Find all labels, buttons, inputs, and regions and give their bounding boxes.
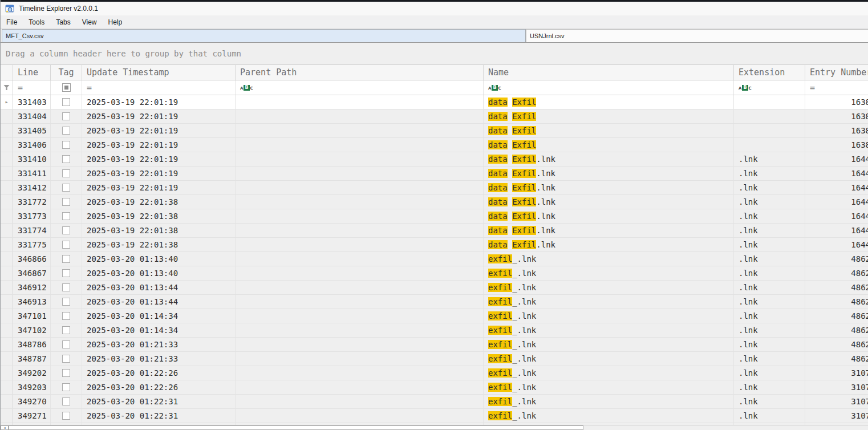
cell-line[interactable]: 347102: [13, 323, 51, 337]
tag-checkbox[interactable]: [62, 255, 70, 263]
cell-parent-path[interactable]: [236, 295, 484, 309]
cell-line[interactable]: 349271: [13, 409, 51, 423]
cell-tag[interactable]: [51, 238, 82, 251]
contains-filter-icon[interactable]: ABC: [739, 85, 752, 91]
cell-update-timestamp[interactable]: 2025-03-19 22:01:38: [82, 209, 236, 223]
cell-line[interactable]: 346867: [13, 266, 51, 280]
cell-update-timestamp[interactable]: 2025-03-19 22:01:19: [82, 152, 236, 166]
cell-parent-path[interactable]: [236, 138, 484, 152]
tag-checkbox[interactable]: [62, 312, 70, 320]
table-row[interactable]: 3314052025-03-19 22:01:19data Exfil1638: [1, 124, 868, 138]
cell-name[interactable]: data Exfil.lnk: [484, 195, 734, 209]
table-row[interactable]: 3471012025-03-20 01:14:34exfil_.lnk.lnk4…: [1, 309, 868, 323]
tag-checkbox[interactable]: [62, 155, 70, 163]
cell-update-timestamp[interactable]: 2025-03-19 22:01:19: [82, 95, 236, 109]
cell-update-timestamp[interactable]: 2025-03-20 01:14:34: [82, 323, 236, 337]
tag-checkbox[interactable]: [62, 383, 70, 391]
header-tag[interactable]: Tag: [51, 65, 82, 80]
cell-tag[interactable]: [51, 109, 82, 123]
cell-tag[interactable]: [51, 366, 82, 380]
group-by-panel[interactable]: Drag a column header here to group by th…: [1, 43, 868, 64]
tag-checkbox[interactable]: [62, 269, 70, 277]
cell-tag[interactable]: [51, 395, 82, 408]
tag-checkbox[interactable]: [62, 340, 70, 348]
filter-name[interactable]: ABC: [484, 80, 734, 95]
cell-extension[interactable]: .lnk: [734, 366, 805, 380]
cell-extension[interactable]: .lnk: [734, 323, 805, 337]
cell-extension[interactable]: .lnk: [734, 395, 805, 408]
cell-line[interactable]: 349202: [13, 366, 51, 380]
tag-checkbox[interactable]: [62, 369, 70, 377]
cell-tag[interactable]: [51, 252, 82, 266]
cell-extension[interactable]: .lnk: [734, 167, 805, 180]
table-row[interactable]: 3314062025-03-19 22:01:19data Exfil1638: [1, 138, 868, 152]
table-row[interactable]: 3487862025-03-20 01:21:33exfil_.lnk.lnk4…: [1, 338, 868, 352]
cell-update-timestamp[interactable]: 2025-03-19 22:01:38: [82, 238, 236, 251]
cell-update-timestamp[interactable]: 2025-03-20 01:22:26: [82, 366, 236, 380]
cell-line[interactable]: 346912: [13, 281, 51, 294]
tag-checkbox[interactable]: [62, 355, 70, 363]
table-row[interactable]: 3314042025-03-19 22:01:19data Exfil1638: [1, 109, 868, 124]
header-line[interactable]: Line: [13, 65, 51, 80]
cell-extension[interactable]: [734, 138, 805, 152]
cell-extension[interactable]: .lnk: [734, 380, 805, 394]
table-row[interactable]: 3468672025-03-20 01:13:40exfil_.lnk.lnk4…: [1, 266, 868, 281]
cell-parent-path[interactable]: [236, 266, 484, 280]
cell-extension[interactable]: .lnk: [734, 352, 805, 366]
cell-tag[interactable]: [51, 338, 82, 351]
cell-entry-number[interactable]: 1638: [805, 124, 868, 137]
tag-checkbox[interactable]: [62, 283, 70, 291]
cell-extension[interactable]: .lnk: [734, 252, 805, 266]
filter-tag[interactable]: [51, 80, 82, 95]
table-row[interactable]: 3317722025-03-19 22:01:38data Exfil.lnk.…: [1, 195, 868, 209]
filter-extension[interactable]: ABC: [734, 80, 805, 95]
cell-parent-path[interactable]: [236, 167, 484, 180]
filter-parent-path[interactable]: ABC: [236, 80, 484, 95]
cell-name[interactable]: exfil_.lnk: [484, 309, 734, 323]
tag-checkbox[interactable]: [62, 127, 70, 135]
cell-tag[interactable]: [51, 295, 82, 309]
cell-entry-number[interactable]: 1644: [805, 209, 868, 223]
cell-entry-number[interactable]: 3107: [805, 395, 868, 408]
tag-checkbox[interactable]: [62, 198, 70, 206]
cell-update-timestamp[interactable]: 2025-03-20 01:22:31: [82, 409, 236, 423]
cell-entry-number[interactable]: 1644: [805, 181, 868, 194]
menu-help[interactable]: Help: [103, 16, 128, 29]
cell-entry-number[interactable]: 1644: [805, 195, 868, 209]
cell-line[interactable]: 331405: [13, 124, 51, 137]
cell-entry-number[interactable]: 3107: [805, 380, 868, 394]
table-row[interactable]: 3469122025-03-20 01:13:44exfil_.lnk.lnk4…: [1, 281, 868, 295]
cell-extension[interactable]: .lnk: [734, 181, 805, 194]
menu-tools[interactable]: Tools: [23, 16, 50, 29]
cell-extension[interactable]: .lnk: [734, 238, 805, 251]
cell-tag[interactable]: [51, 181, 82, 194]
table-row[interactable]: 3468662025-03-20 01:13:40exfil_.lnk.lnk4…: [1, 252, 868, 266]
cell-update-timestamp[interactable]: 2025-03-20 01:21:33: [82, 338, 236, 351]
cell-parent-path[interactable]: [236, 238, 484, 251]
tag-checkbox[interactable]: [62, 412, 70, 420]
cell-line[interactable]: 348787: [13, 352, 51, 366]
cell-extension[interactable]: .lnk: [734, 266, 805, 280]
cell-name[interactable]: data Exfil.lnk: [484, 152, 734, 166]
cell-name[interactable]: exfil_.lnk: [484, 395, 734, 408]
cell-name[interactable]: exfil_.lnk: [484, 338, 734, 351]
cell-name[interactable]: exfil_.lnk: [484, 366, 734, 380]
cell-entry-number[interactable]: 4862: [805, 252, 868, 266]
table-row[interactable]: 3314102025-03-19 22:01:19data Exfil.lnk.…: [1, 152, 868, 167]
cell-extension[interactable]: .lnk: [734, 281, 805, 294]
filter-update-timestamp[interactable]: =: [82, 80, 236, 95]
tag-checkbox[interactable]: [62, 298, 70, 306]
cell-entry-number[interactable]: 1638: [805, 138, 868, 152]
cell-line[interactable]: 346866: [13, 252, 51, 266]
table-row[interactable]: 3492032025-03-20 01:22:26exfil_.lnk.lnk3…: [1, 380, 868, 395]
cell-entry-number[interactable]: 3107: [805, 409, 868, 423]
cell-parent-path[interactable]: [236, 152, 484, 166]
cell-name[interactable]: data Exfil.lnk: [484, 181, 734, 194]
cell-tag[interactable]: [51, 95, 82, 109]
tag-checkbox[interactable]: [62, 169, 70, 177]
cell-line[interactable]: 348786: [13, 338, 51, 351]
tag-checkbox[interactable]: [62, 241, 70, 249]
cell-tag[interactable]: [51, 152, 82, 166]
cell-parent-path[interactable]: [236, 323, 484, 337]
cell-extension[interactable]: .lnk: [734, 409, 805, 423]
